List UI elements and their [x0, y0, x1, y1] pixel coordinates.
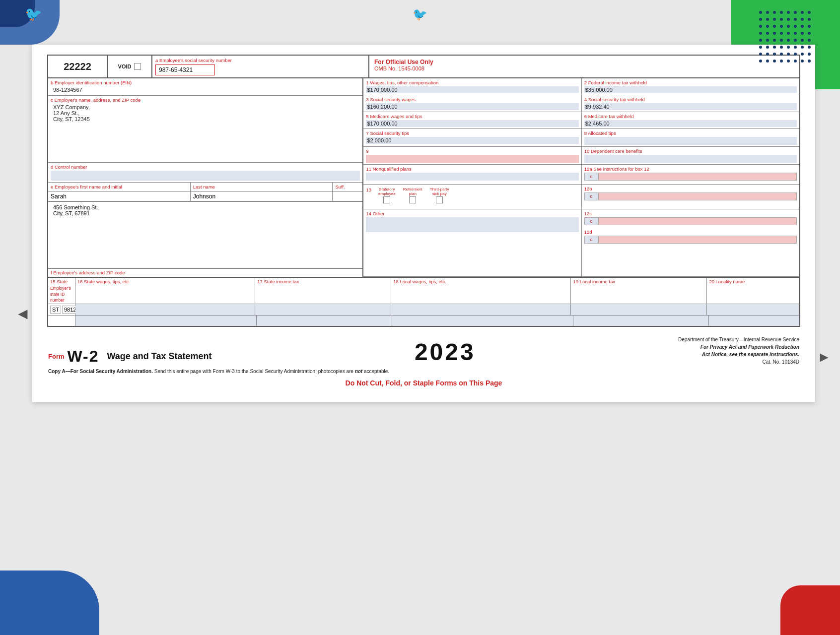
box12b-code[interactable]: c	[584, 192, 598, 200]
box4-value[interactable]: $9,932.40	[584, 103, 797, 110]
box1-label: 1 Wages, tips, other compensation	[366, 80, 578, 85]
footer-w2: W-2	[68, 347, 99, 366]
box12a-code[interactable]: c	[584, 173, 598, 181]
employer-id-label: b Employer identification number (EIN)	[51, 80, 360, 85]
footer-donotcut: Do Not Cut, Fold, or Staple Forms on Thi…	[48, 379, 799, 387]
box12c-label: 12c	[584, 211, 797, 216]
empty-state-row	[48, 315, 799, 326]
footer-main-row: Form W-2 Wage and Tax Statement 2023 Dep…	[48, 336, 799, 366]
footer-title: Wage and Tax Statement	[107, 351, 212, 362]
box11-value[interactable]	[366, 173, 578, 181]
control-number-value[interactable]	[51, 171, 360, 181]
official-omb: OMB No. 1545-0008	[374, 65, 794, 71]
box9-label: 9	[366, 148, 578, 154]
box10-cell: 10 Dependent care benefits	[582, 147, 799, 164]
local-income-header: 19 Local income tax	[571, 278, 707, 304]
page-container: 22222 VOID a Employee's social security …	[32, 45, 815, 402]
void-checkbox[interactable]	[134, 63, 141, 70]
box6-label: 6 Medicare tax withheld	[584, 114, 797, 119]
box12c-amount[interactable]	[598, 217, 797, 225]
box14-cell: 14 Other	[363, 209, 581, 276]
void-box: VOID	[108, 56, 152, 77]
box12c-code[interactable]: c	[584, 217, 598, 225]
employer-state-id-label: Employer's state ID number	[50, 286, 71, 303]
employee-addr-section: 456 Something St., City, ST, 67891	[48, 202, 362, 269]
state-header-cell: 15 State Employer's state ID number	[48, 278, 75, 304]
employer-name-value[interactable]: XYZ Company, 12 Any St., City, ST, 12345	[51, 103, 360, 123]
retirement-checkbox[interactable]	[409, 196, 416, 203]
box12a-input-row: c	[584, 173, 797, 181]
footer-irs-line1: Department of the Treasury—Internal Reve…	[678, 336, 799, 343]
box12d-label: 12d	[584, 229, 797, 235]
box12a-amount[interactable]	[598, 173, 797, 181]
box12d-amount[interactable]	[598, 236, 797, 244]
right-arrow-icon: ►	[817, 349, 831, 365]
row-box14-box12c: 14 Other 12c c 12d c	[363, 209, 799, 277]
ssn-value[interactable]: 987-65-4321	[155, 64, 215, 75]
box12d-code[interactable]: c	[584, 236, 598, 244]
box5-value[interactable]: $170,000.00	[366, 120, 578, 127]
employee-suff-value[interactable]	[333, 192, 362, 201]
state-wages-label: 16 State wages, tips, etc.	[77, 279, 253, 284]
empty-local-income	[573, 316, 709, 326]
state-wages-value[interactable]	[75, 304, 255, 315]
local-wages-value[interactable]	[391, 304, 571, 315]
employee-first-value[interactable]: Sarah	[48, 192, 191, 201]
statutory-checkbox[interactable]	[383, 196, 390, 203]
control-number-label: d Control number	[51, 164, 360, 170]
box1-cell: 1 Wages, tips, other compensation $170,0…	[363, 78, 581, 95]
footer-copy-text: Send this entire page with Form W-3 to t…	[154, 369, 355, 374]
employee-first-col: e Employee's first name and initial	[48, 183, 191, 191]
row-box3-box4: 3 Social security wages $160,200.00 4 So…	[363, 95, 799, 112]
box1-value[interactable]: $170,000.00	[366, 86, 578, 93]
ssn-box: a Employee's social security number 987-…	[152, 56, 369, 77]
w2-form: 22222 VOID a Employee's social security …	[47, 55, 800, 327]
footer-irs-line2: For Privacy Act and Paperwork Reduction	[678, 343, 799, 351]
locality-header: 20 Locality name	[707, 278, 799, 304]
official-title: For Official Use Only	[374, 59, 794, 65]
employer-id-value[interactable]: 98-1234567	[51, 86, 360, 94]
state-label: 15 State	[50, 279, 73, 284]
box13-retirement: Retirement plan	[403, 187, 422, 204]
local-income-value[interactable]	[571, 304, 707, 315]
state-abbr[interactable]: ST	[50, 306, 61, 314]
footer-copy-bold: Copy A—For Social Security Administratio…	[48, 369, 153, 374]
box2-value[interactable]: $35,000.00	[584, 86, 797, 93]
box6-value[interactable]: $2,465.00	[584, 120, 797, 127]
box11-label: 11 Nonqualified plans	[366, 166, 578, 172]
deco-bottomright-red	[780, 585, 840, 635]
employee-first-label: e Employee's first name and initial	[51, 184, 188, 190]
box4-label: 4 Social security tax withheld	[584, 97, 797, 102]
box13-thirdparty: Third-party sick pay	[430, 187, 449, 204]
employee-last-value[interactable]: Johnson	[191, 192, 333, 201]
box-22222: 22222	[48, 56, 108, 77]
box8-cell: 8 Allocated tips	[582, 129, 799, 146]
box12b-cell: 12b c	[582, 185, 799, 209]
employer-id-row: b Employer identification number (EIN) 9…	[48, 78, 362, 96]
ssn-label: a Employee's social security number	[155, 58, 365, 63]
box2-label: 2 Federal income tax withheld	[584, 80, 797, 85]
footer-copy-not: not	[355, 369, 363, 374]
state-income-value[interactable]	[255, 304, 391, 315]
box14-value[interactable]	[366, 217, 578, 232]
box10-value[interactable]	[584, 155, 797, 163]
row-box9-box10: 9 10 Dependent care benefits	[363, 147, 799, 165]
footer-year: 2023	[212, 338, 678, 366]
box8-value[interactable]	[584, 137, 797, 145]
box7-value[interactable]: $2,000.00	[366, 137, 578, 144]
row-box11-box12a: 11 Nonqualified plans 12a See instructio…	[363, 165, 799, 185]
box5-cell: 5 Medicare wages and tips $170,000.00	[363, 112, 581, 128]
box14-label: 14 Other	[366, 211, 578, 216]
employee-addr-value[interactable]: 456 Something St., City, ST, 67891	[51, 203, 360, 217]
box12b-input-row: c	[584, 192, 797, 200]
state-income-label: 17 State income tax	[257, 279, 389, 284]
state-row-header: 15 State Employer's state ID number 16 S…	[48, 277, 799, 304]
locality-value[interactable]	[707, 304, 799, 315]
box3-value[interactable]: $160,200.00	[366, 103, 578, 110]
empty-local-wages	[392, 316, 573, 326]
left-arrow-icon: ◄	[15, 305, 31, 323]
empty-state-wages	[75, 316, 257, 326]
box12b-amount[interactable]	[598, 192, 797, 200]
box9-value[interactable]	[366, 155, 578, 163]
thirdparty-checkbox[interactable]	[436, 196, 443, 203]
